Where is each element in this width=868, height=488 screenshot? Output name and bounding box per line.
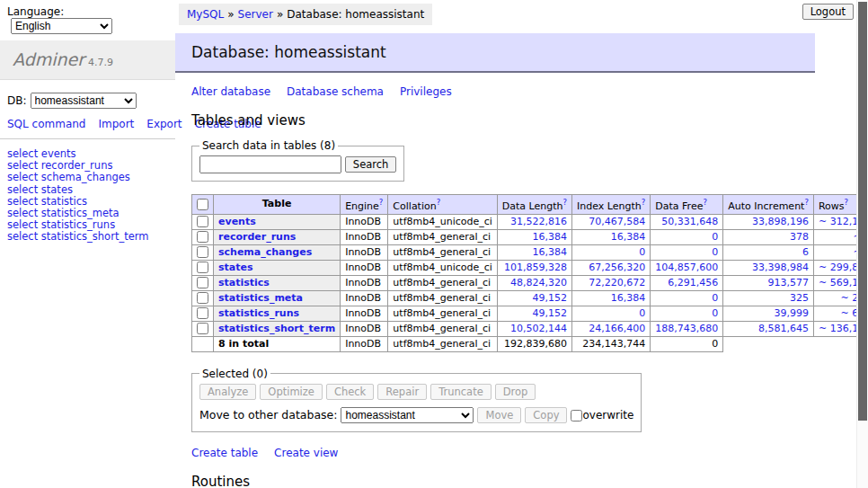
table-link-schema-changes[interactable]: schema_changes — [218, 246, 312, 258]
data-free-cell: 104,857,600 — [651, 260, 723, 275]
copy-button[interactable]: Copy — [525, 407, 567, 423]
db-select[interactable]: homeassistant — [31, 93, 137, 109]
row-checkbox-cell — [192, 275, 214, 290]
auto-increment-cell: 33,398,984 — [723, 260, 814, 275]
table-link-recorder-runs[interactable]: recorder_runs — [218, 231, 296, 243]
table-link-statistics-short-term[interactable]: statistics_short_term — [218, 323, 335, 334]
total-name-cell: 8 in total — [214, 336, 341, 351]
move-buttons: MoveCopy — [477, 408, 571, 421]
tables-list: TableEngine?Collation?Data Length?Index … — [191, 194, 868, 352]
total-data-length-cell: 192,839,680 — [497, 336, 571, 351]
table-link-statistics-meta[interactable]: statistics_meta — [218, 292, 303, 304]
row-checkbox-statistics[interactable] — [197, 277, 208, 288]
move-button[interactable]: Move — [477, 407, 521, 423]
row-checkbox-states[interactable] — [197, 262, 208, 273]
table-link-states[interactable]: states — [218, 262, 253, 273]
total-engine-cell: InnoDB — [341, 336, 388, 351]
sidebar-action-sql-command[interactable]: SQL command — [7, 118, 85, 130]
help-icon[interactable]: ? — [703, 198, 707, 207]
logout-button[interactable]: Logout — [802, 4, 854, 20]
engine-cell: InnoDB — [341, 244, 388, 260]
collation-cell: utf8mb4_general_ci — [388, 321, 497, 336]
data-free-cell: 6,291,456 — [651, 275, 723, 290]
link-privileges[interactable]: Privileges — [400, 85, 452, 98]
scrollbar-thumb[interactable] — [858, 2, 867, 421]
table-name-cell: states — [214, 260, 341, 275]
breadcrumb-server[interactable]: Server — [238, 8, 273, 21]
help-icon[interactable]: ? — [563, 198, 568, 207]
search-input[interactable] — [199, 155, 341, 173]
link-alter-database[interactable]: Alter database — [191, 85, 270, 98]
table-row: statistics_runsInnoDButf8mb4_general_ci4… — [192, 306, 868, 321]
data-free-cell: 0 — [651, 244, 723, 260]
row-checkbox-schema-changes[interactable] — [197, 246, 208, 258]
column-header-data-free: Data Free? — [651, 195, 723, 215]
language-select[interactable]: English — [11, 18, 112, 34]
main-content: MySQL»Server»Database: homeassistant Dat… — [175, 0, 815, 488]
routines-heading: Routines — [191, 474, 815, 488]
help-icon[interactable]: ? — [642, 198, 646, 207]
search-fieldset: Search data in tables (8) Search — [191, 139, 404, 182]
index-length-cell: 16,384 — [572, 290, 651, 306]
select-all-checkbox[interactable] — [197, 199, 208, 210]
data-length-cell: 49,152 — [497, 290, 571, 306]
sidebar-select-statistics-short-term[interactable]: select statistics_short_term — [7, 231, 168, 243]
index-length-cell: 70,467,584 — [572, 214, 651, 229]
row-checkbox-events[interactable] — [197, 216, 208, 227]
breadcrumb-separator: » — [277, 8, 283, 21]
move-label: Move to other database: — [199, 408, 337, 421]
auto-increment-cell: 913,577 — [723, 275, 814, 290]
repair-button[interactable]: Repair — [377, 384, 427, 400]
help-icon[interactable]: ? — [437, 198, 441, 207]
table-row: statesInnoDButf8mb4_unicode_ci101,859,32… — [192, 260, 868, 275]
engine-cell: InnoDB — [341, 321, 388, 336]
column-header-engine: Engine? — [341, 195, 388, 215]
row-checkbox-statistics-runs[interactable] — [197, 307, 208, 319]
tables-tbody: eventsInnoDButf8mb4_unicode_ci31,522,816… — [192, 214, 868, 351]
table-link-statistics[interactable]: statistics — [218, 277, 270, 288]
row-checkbox-statistics-short-term[interactable] — [197, 323, 208, 334]
selected-legend: Selected (0) — [199, 368, 270, 380]
data-length-cell: 16,384 — [497, 244, 571, 260]
truncate-button[interactable]: Truncate — [430, 384, 492, 400]
table-link-statistics-runs[interactable]: statistics_runs — [218, 307, 299, 319]
search-button[interactable]: Search — [345, 156, 397, 173]
sidebar: Language:English Adminer4.7.9 DB:homeass… — [0, 0, 175, 244]
total-index-length-cell: 234,143,744 — [572, 336, 651, 351]
collation-cell: utf8mb4_general_ci — [388, 244, 497, 260]
breadcrumb-mysql[interactable]: MySQL — [187, 8, 224, 21]
link-create-table[interactable]: Create table — [191, 447, 258, 459]
overwrite-checkbox[interactable] — [571, 410, 582, 421]
table-link-events[interactable]: events — [218, 216, 256, 227]
engine-cell: InnoDB — [341, 290, 388, 306]
optimize-button[interactable]: Optimize — [260, 384, 323, 400]
link-create-view[interactable]: Create view — [274, 447, 338, 459]
analyze-button[interactable]: Analyze — [199, 384, 256, 400]
collation-cell: utf8mb4_unicode_ci — [388, 260, 497, 275]
scrollbar-track[interactable] — [856, 0, 868, 488]
overwrite-label: overwrite — [571, 409, 633, 421]
sidebar-select-states[interactable]: select states — [7, 184, 168, 196]
row-checkbox-recorder-runs[interactable] — [197, 231, 208, 243]
table-name-cell: statistics_meta — [214, 290, 341, 306]
selected-fieldset: Selected (0) AnalyzeOptimizeCheckRepairT… — [191, 368, 642, 432]
total-data-free-cell: 0 — [651, 336, 723, 351]
table-row: recorder_runsInnoDButf8mb4_general_ci16,… — [192, 229, 868, 244]
table-name-cell: statistics — [214, 275, 341, 290]
engine-cell: InnoDB — [341, 260, 388, 275]
sidebar-select-schema-changes[interactable]: select schema_changes — [7, 172, 168, 183]
sidebar-action-import[interactable]: Import — [98, 118, 134, 130]
move-db-select[interactable]: homeassistant — [341, 407, 474, 423]
row-checkbox-statistics-meta[interactable] — [197, 292, 208, 304]
help-icon[interactable]: ? — [379, 198, 384, 207]
check-button[interactable]: Check — [326, 384, 374, 400]
breadcrumb: MySQL»Server»Database: homeassistant — [179, 4, 432, 25]
link-database-schema[interactable]: Database schema — [287, 85, 384, 98]
table-row: statistics_metaInnoDButf8mb4_general_ci4… — [192, 290, 868, 306]
language-row: Language:English — [0, 0, 175, 40]
drop-button[interactable]: Drop — [495, 384, 536, 400]
collation-cell: utf8mb4_general_ci — [388, 275, 497, 290]
help-icon[interactable]: ? — [804, 198, 809, 207]
table-row: statistics_short_termInnoDButf8mb4_gener… — [192, 321, 868, 336]
help-icon[interactable]: ? — [845, 198, 849, 207]
